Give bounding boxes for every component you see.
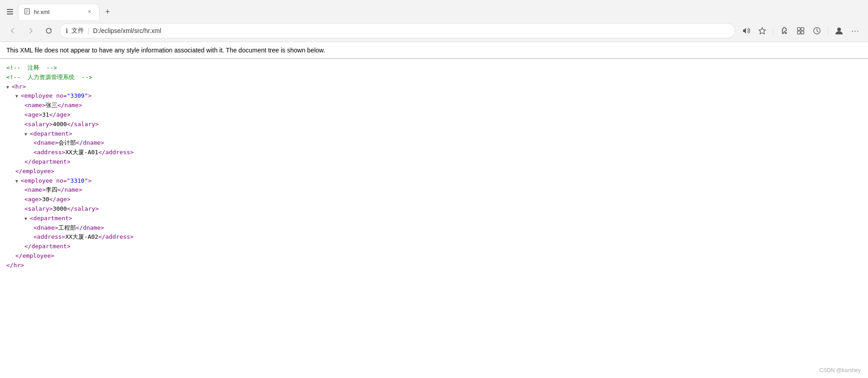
svg-rect-9 [801, 28, 804, 30]
dept2-address: <address>XX大厦-A02</address> [6, 232, 862, 242]
salary-close-2: </salary> [67, 204, 99, 214]
dept1-open: <department> [6, 129, 862, 139]
profile-button[interactable] [832, 24, 846, 38]
employee2-close: </employee> [6, 251, 862, 261]
svg-rect-0 [7, 9, 13, 10]
dept2-close: </department> [6, 242, 862, 251]
employee2-name: <name>李四</name> [6, 185, 862, 195]
address-text-2: XX大厦-A02 [65, 232, 98, 242]
dname-text-2: 工程部 [58, 223, 76, 233]
employee2-salary: <salary>3000</salary> [6, 204, 862, 214]
name-close-2: </name> [57, 185, 82, 195]
salary-close-1: </salary> [67, 120, 99, 129]
employee1-collapse-triangle[interactable] [15, 93, 21, 100]
refresh-button[interactable] [42, 24, 56, 38]
hr-open-tag: <hr> [12, 82, 26, 92]
hr-root-close: </hr> [6, 261, 862, 270]
address-open-2: <address> [33, 232, 65, 242]
age-text-2: 30 [42, 195, 49, 204]
name-text-2: 李四 [46, 185, 57, 195]
salary-open-2: <salary> [24, 204, 53, 214]
dept1-close: </department> [6, 157, 862, 167]
employee1-name: <name>张三</name> [6, 101, 862, 110]
page-content: This XML file does not appear to have an… [0, 42, 868, 275]
dept2-dname: <dname>工程部</dname> [6, 223, 862, 233]
collections-button[interactable] [793, 24, 808, 38]
dname-text-1: 会计部 [58, 138, 76, 148]
read-aloud-button[interactable] [739, 24, 753, 38]
hr-collapse-triangle[interactable] [6, 84, 12, 91]
settings-menu-button[interactable]: ··· [848, 24, 863, 38]
address-input[interactable]: ℹ 文件 | D:/eclipse/xml/src/hr.xml [60, 23, 735, 38]
address-close-2: </address> [98, 232, 133, 242]
dept1-collapse-triangle[interactable] [24, 131, 30, 138]
employee1-salary: <salary>4000</salary> [6, 120, 862, 129]
xml-comment-2: <!-- 人力资源管理系统 --> [6, 73, 862, 82]
favorites-button[interactable] [755, 24, 769, 38]
age-text-1: 31 [42, 110, 49, 120]
comment-2-text: <!-- 人力资源管理系统 --> [6, 73, 92, 82]
employee1-close-tag: </employee> [15, 167, 54, 176]
toolbar-divider [773, 26, 774, 35]
dept2-open-tag: <department> [30, 214, 72, 223]
salary-text-1: 4000 [53, 120, 67, 129]
address-close-1: </address> [98, 148, 133, 157]
dept2-collapse-triangle[interactable] [24, 215, 30, 222]
employee1-close: </employee> [6, 167, 862, 176]
tab-title: hr.xml [34, 9, 50, 15]
svg-rect-10 [797, 31, 800, 34]
age-open-2: <age> [24, 195, 42, 204]
address-prefix: 文件 [71, 27, 84, 35]
address-url: D:/eclipse/xml/src/hr.xml [93, 27, 161, 34]
dname-open-2: <dname> [33, 223, 58, 233]
name-open-1: <name> [24, 101, 46, 110]
new-tab-button[interactable]: + [101, 5, 114, 18]
back-button[interactable] [5, 24, 20, 38]
dept1-address: <address>XX大厦-A01</address> [6, 148, 862, 157]
age-close-2: </age> [49, 195, 71, 204]
active-tab[interactable]: hr.xml × [18, 4, 99, 20]
dept2-close-tag: </department> [24, 242, 71, 251]
employee2-open: <employee no="3310"> [6, 176, 862, 186]
salary-text-2: 3000 [53, 204, 67, 214]
xml-notice: This XML file does not appear to have an… [0, 42, 868, 59]
employee1-open: <employee no="3309"> [6, 91, 862, 101]
employee2-close-tag: </employee> [15, 251, 54, 261]
age-close-1: </age> [49, 110, 71, 120]
address-open-1: <address> [33, 148, 65, 157]
xml-tree: <!-- 注释 --> <!-- 人力资源管理系统 --> <hr> <empl… [0, 59, 868, 275]
toolbar-right: ··· [739, 24, 863, 38]
svg-rect-2 [7, 14, 13, 14]
dept1-close-tag: </department> [24, 157, 71, 167]
svg-point-13 [837, 28, 841, 31]
tab-bar: hr.xml × + [0, 0, 868, 20]
employee2-collapse-triangle[interactable] [15, 178, 21, 185]
address-divider: | [88, 27, 90, 34]
tab-icon [24, 8, 30, 16]
address-bar: ℹ 文件 | D:/eclipse/xml/src/hr.xml [0, 20, 868, 42]
svg-rect-8 [797, 28, 800, 30]
history-button[interactable] [810, 24, 824, 38]
toolbar-divider-2 [828, 26, 828, 35]
employee1-age: <age>31</age> [6, 110, 862, 120]
info-icon: ℹ [66, 27, 68, 34]
dept2-open: <department> [6, 214, 862, 223]
employee2-age: <age>30</age> [6, 195, 862, 204]
employee2-open-tag: <employee no="3310"> [21, 176, 92, 186]
name-text-1: 张三 [46, 101, 57, 110]
address-text-1: XX大厦-A01 [65, 148, 98, 157]
svg-marker-7 [759, 28, 765, 34]
age-open-1: <age> [24, 110, 42, 120]
browser-chrome: hr.xml × + ℹ 文件 | D:/eclipse/xml/src/hr.… [0, 0, 868, 42]
dname-open-1: <dname> [33, 138, 58, 148]
name-close-1: </name> [57, 101, 82, 110]
extensions-button[interactable] [777, 24, 792, 38]
hr-root-open: <hr> [6, 82, 862, 92]
sidebar-toggle-button[interactable] [4, 5, 16, 18]
forward-button[interactable] [24, 24, 38, 38]
dname-close-1: </dname> [76, 138, 104, 148]
tab-close-button[interactable]: × [85, 8, 94, 16]
comment-1-text: <!-- 注释 --> [6, 63, 57, 73]
employee1-open-tag: <employee no="3309"> [21, 91, 92, 101]
dept1-dname: <dname>会计部</dname> [6, 138, 862, 148]
